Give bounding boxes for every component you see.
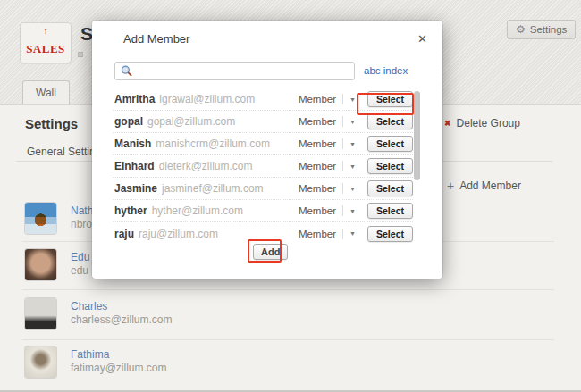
- role-separator: [342, 116, 343, 127]
- select-button[interactable]: Select: [367, 203, 413, 219]
- chevron-down-icon[interactable]: ▼: [349, 141, 356, 147]
- sales-logo: ↑ SALES: [20, 22, 72, 63]
- role-value: Member: [299, 205, 336, 216]
- avatar: [25, 203, 56, 234]
- abc-index-link[interactable]: abc index: [364, 65, 408, 76]
- delete-group-button[interactable]: ✖ Delete Group: [444, 117, 520, 129]
- member-email: charless@zillum.com: [71, 313, 173, 326]
- chevron-down-icon[interactable]: ▼: [349, 230, 356, 237]
- role-separator: [342, 161, 343, 171]
- candidate-row: Einhard dieterk@zillum.com Member ▼ Sele…: [113, 155, 413, 178]
- delete-icon: ✖: [444, 119, 451, 128]
- member-name[interactable]: Edu: [71, 251, 89, 263]
- avatar: [25, 249, 56, 280]
- role-value: Member: [299, 94, 336, 104]
- member-email: edu: [71, 264, 88, 277]
- candidate-row: hyther hyther@zillum.com Member ▼ Select: [113, 200, 413, 222]
- search-field-wrap: [114, 62, 355, 80]
- candidate-email: manishcrm@zillum.com: [156, 138, 299, 150]
- candidate-email: hyther@zillum.com: [152, 204, 299, 217]
- chevron-down-icon[interactable]: ▼: [349, 163, 356, 170]
- role-value: Member: [299, 116, 336, 127]
- chevron-down-icon[interactable]: ▼: [349, 96, 356, 103]
- candidate-email: dieterk@zillum.com: [159, 160, 299, 172]
- chevron-down-icon[interactable]: ▼: [349, 119, 356, 125]
- candidate-name: raju: [114, 228, 134, 240]
- select-button[interactable]: Select: [367, 158, 413, 174]
- logo-arrow-icon: ↑: [21, 26, 71, 36]
- chevron-down-icon[interactable]: ▼: [349, 208, 356, 214]
- candidate-name: Einhard: [114, 160, 155, 172]
- role-separator: [342, 229, 343, 239]
- candidate-email: raju@zillum.com: [139, 228, 299, 240]
- chevron-down-icon[interactable]: ▼: [349, 186, 356, 192]
- search-icon: [121, 65, 132, 77]
- role-value: Member: [299, 161, 336, 171]
- close-icon[interactable]: ✕: [417, 32, 427, 46]
- avatar: [25, 298, 56, 329]
- app-screen: ↑ SALES S ⚙ Settings Wall Settings Gener…: [0, 0, 581, 392]
- candidate-email: gopal@zillum.com: [147, 115, 299, 128]
- logo-text: SALES: [21, 43, 71, 54]
- role-value: Member: [299, 183, 336, 194]
- gear-icon: ⚙: [516, 24, 526, 35]
- role-separator: [342, 205, 343, 216]
- member-name[interactable]: Nath: [71, 204, 93, 217]
- page-title: Settings: [25, 116, 78, 131]
- role-separator: [342, 138, 343, 149]
- role-value: Member: [299, 138, 336, 149]
- candidate-list: Amritha igrawal@zillum.com Member ▼ Sele…: [113, 88, 413, 245]
- add-member-dialog: Add Member ✕ abc index Amritha igrawal@z…: [92, 21, 442, 279]
- add-button[interactable]: Add: [253, 244, 288, 260]
- candidate-name: gopal: [114, 115, 143, 128]
- role-separator: [342, 94, 343, 104]
- group-title-partial: S: [80, 23, 93, 45]
- candidate-row: Manish manishcrm@zillum.com Member ▼ Sel…: [113, 133, 413, 155]
- select-button[interactable]: Select: [367, 136, 413, 152]
- tab-wall-label: Wall: [36, 87, 56, 99]
- role-separator: [342, 183, 343, 194]
- candidate-email: jasminef@zillum.com: [162, 182, 299, 195]
- member-email: nbro: [71, 218, 92, 230]
- member-email: fatimay@zillum.com: [71, 362, 167, 374]
- avatar: [25, 346, 56, 378]
- add-member-button[interactable]: + Add Member: [447, 179, 521, 192]
- row-divider: [22, 339, 554, 340]
- scrollbar-thumb[interactable]: [414, 91, 420, 180]
- candidate-row: Jasmine jasminef@zillum.com Member ▼ Sel…: [113, 178, 413, 200]
- candidate-name: Jasmine: [114, 182, 157, 195]
- select-button[interactable]: Select: [367, 226, 413, 242]
- role-value: Member: [299, 229, 336, 239]
- select-button[interactable]: Select: [367, 113, 413, 129]
- settings-button[interactable]: ⚙ Settings: [507, 20, 576, 39]
- select-button[interactable]: Select: [367, 91, 413, 107]
- search-input[interactable]: [114, 62, 355, 80]
- dialog-title: Add Member: [123, 32, 189, 46]
- settings-button-label: Settings: [530, 24, 568, 35]
- candidate-name: Manish: [114, 138, 151, 150]
- member-name[interactable]: Charles: [71, 300, 107, 313]
- candidate-row: Amritha igrawal@zillum.com Member ▼ Sele…: [113, 88, 413, 111]
- row-divider: [22, 289, 554, 290]
- candidate-name: hyther: [114, 204, 147, 217]
- select-button[interactable]: Select: [367, 180, 413, 196]
- group-subtitle-icon: [78, 52, 83, 57]
- tab-wall[interactable]: Wall: [22, 80, 70, 104]
- candidate-name: Amritha: [114, 93, 155, 105]
- candidate-email: igrawal@zillum.com: [159, 93, 299, 105]
- member-name[interactable]: Fathima: [71, 348, 109, 361]
- add-member-label: Add Member: [459, 179, 521, 192]
- delete-group-label: Delete Group: [457, 117, 520, 129]
- candidate-row: gopal gopal@zillum.com Member ▼ Select: [113, 111, 413, 133]
- candidate-row: raju raju@zillum.com Member ▼ Select: [113, 222, 413, 245]
- plus-icon: +: [447, 179, 454, 192]
